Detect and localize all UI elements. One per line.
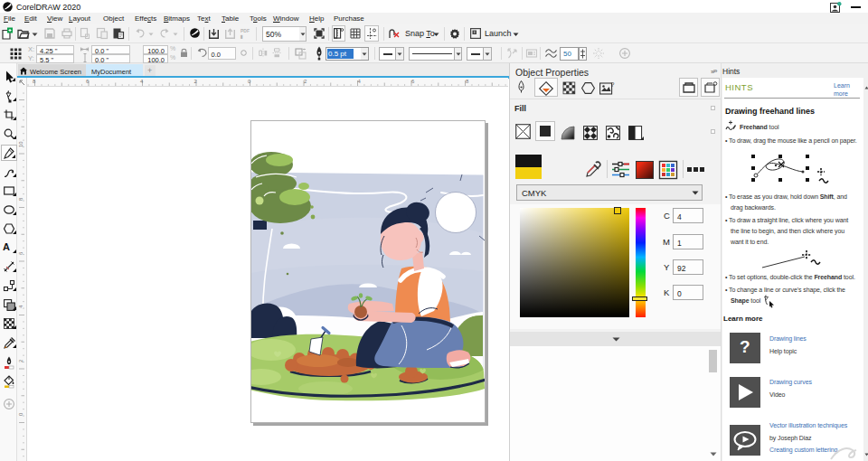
svg-text:?: ? xyxy=(611,81,615,88)
